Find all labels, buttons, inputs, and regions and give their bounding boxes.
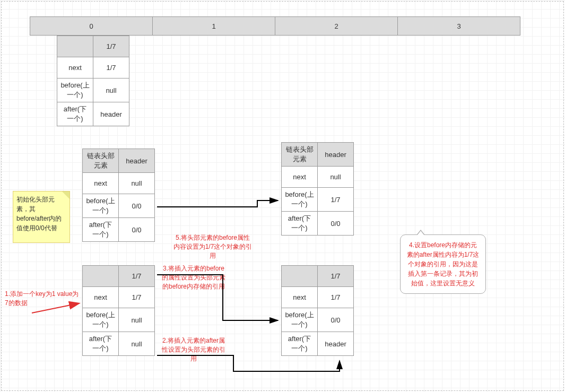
n4-h1: header (318, 143, 354, 167)
n1-r3k: after(下一个) (57, 102, 93, 126)
n5-r2v: 0/0 (318, 308, 354, 332)
n1-r1k: next (57, 57, 93, 79)
n1-r2k: before(上一个) (57, 79, 93, 102)
array-cell-2: 2 (275, 16, 398, 36)
n1-r2v: null (93, 79, 129, 102)
node-3: 1/7 next1/7 before(上一个)null after(下一个)nu… (82, 265, 155, 356)
node-5: 1/7 next1/7 before(上一个)0/0 after(下一个)hea… (281, 265, 354, 356)
n4-r2k: before(上一个) (282, 188, 318, 212)
label-3: 3.将插入元素的before的属性设置为头部元素的before内存储的引用 (162, 264, 225, 291)
n2-r1v: null (119, 173, 155, 194)
array-cell-0: 0 (30, 16, 153, 36)
n4-h0: 链表头部元素 (282, 143, 318, 167)
node-4: 链表头部元素header nextnull before(上一个)1/7 aft… (281, 142, 354, 236)
n4-r1v: null (318, 167, 354, 188)
label-1: 1.添加一个key为1 value为7的数据 (5, 290, 82, 308)
n4-r3k: after(下一个) (282, 212, 318, 236)
n1-h0 (57, 36, 93, 57)
n2-r1k: next (83, 173, 119, 194)
node-1: 1/7 next1/7 before(上一个)null after(下一个)he… (57, 36, 129, 126)
label-5: 5.将头部元素的before属性内容设置为1/7这个对象的引用 (173, 233, 253, 260)
n3-r3v: null (119, 332, 155, 356)
n5-r1v: 1/7 (318, 287, 354, 308)
n3-r1v: 1/7 (119, 287, 155, 308)
n3-r3k: after(下一个) (83, 332, 119, 356)
array-header: 0 1 2 3 (30, 16, 520, 36)
n1-r1v: 1/7 (93, 57, 129, 79)
speech-bubble: 4.设置before内存储的元素的after属性内容为1/7这个对象的引用，因为… (400, 234, 486, 294)
n5-r3k: after(下一个) (282, 332, 318, 356)
n5-r3v: header (318, 332, 354, 356)
n1-r3v: header (93, 102, 129, 126)
n3-h1: 1/7 (119, 266, 155, 287)
n4-r1k: next (282, 167, 318, 188)
label-2: 2.将插入元素的after属性设置为头部元素的引用 (162, 336, 225, 363)
array-cell-3: 3 (397, 16, 520, 36)
n5-h0 (282, 266, 318, 287)
n2-h1: header (119, 149, 155, 173)
n2-r3v: 0/0 (119, 218, 155, 242)
n5-h1: 1/7 (318, 266, 354, 287)
n3-r1k: next (83, 287, 119, 308)
n2-r3k: after(下一个) (83, 218, 119, 242)
n1-h1: 1/7 (93, 36, 129, 57)
node-2: 链表头部元素header nextnull before(上一个)0/0 aft… (82, 149, 155, 242)
n2-r2v: 0/0 (119, 194, 155, 218)
n5-r1k: next (282, 287, 318, 308)
n2-r2k: before(上一个) (83, 194, 119, 218)
note-text: 初始化头部元素，其before/after内的值使用0/0代替 (16, 196, 62, 232)
n5-r2k: before(上一个) (282, 308, 318, 332)
n2-h0: 链表头部元素 (83, 149, 119, 173)
bubble-text: 4.设置before内存储的元素的after属性内容为1/7这个对象的引用，因为… (407, 241, 480, 287)
n3-r2v: null (119, 308, 155, 332)
sticky-note: 初始化头部元素，其before/after内的值使用0/0代替 (13, 191, 70, 243)
n3-h0 (83, 266, 119, 287)
n4-r2v: 1/7 (318, 188, 354, 212)
array-cell-1: 1 (152, 16, 275, 36)
n4-r3v: 0/0 (318, 212, 354, 236)
n3-r2k: before(上一个) (83, 308, 119, 332)
